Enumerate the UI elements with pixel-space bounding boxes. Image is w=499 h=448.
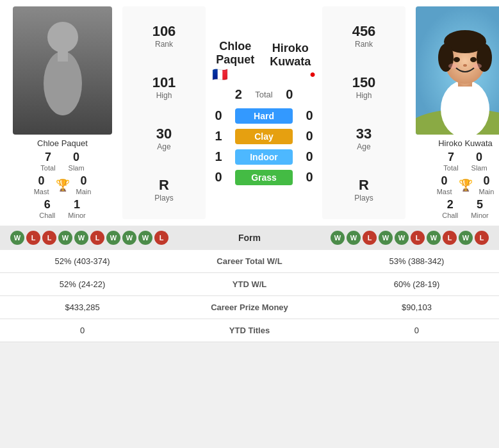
ytd-wl-right: 60% (28-19) (334, 273, 499, 296)
right-slam-label: Slam (471, 164, 487, 172)
ytd-wl-label: YTD W/L (165, 273, 334, 296)
right-chall-value: 2 (447, 198, 454, 212)
left-age-block: 30 Age (156, 126, 172, 151)
clay-row: 1 Clay 0 (212, 129, 316, 144)
left-form-9: W (138, 231, 152, 245)
right-form-9: W (459, 231, 473, 245)
career-total-right: 53% (388-342) (334, 250, 499, 273)
left-form-3: L (42, 231, 56, 245)
left-form-5: W (74, 231, 88, 245)
right-slam-value: 0 (476, 151, 482, 164)
prize-money-right: $90,103 (334, 296, 499, 319)
left-age-label: Age (157, 142, 170, 151)
left-rank-value: 106 (152, 23, 176, 40)
left-form-4: W (58, 231, 72, 245)
top-section: Chloe Paquet 7 Total 0 Slam 0 Mast 🏆 (0, 0, 499, 226)
right-player-title: Hiroko Kuwata (265, 42, 316, 69)
right-trophy-icon: 🏆 (459, 178, 473, 192)
indoor-row: 1 Indoor 0 (212, 149, 316, 165)
svg-point-12 (470, 57, 477, 62)
career-total-row: 52% (403-374) Career Total W/L 53% (388-… (0, 250, 499, 273)
indoor-score-right: 0 (303, 149, 316, 164)
right-flag-dot: ● (309, 69, 316, 79)
right-main-value: 0 (483, 174, 489, 188)
right-player-svg (416, 6, 499, 135)
left-form-8: W (122, 231, 136, 245)
right-form-10: L (475, 231, 489, 245)
right-main-label: Main (479, 188, 495, 195)
left-minor-value: 1 (74, 198, 80, 212)
right-minor-label: Minor (471, 212, 489, 219)
form-section: W L L W W L W W W L Form W W L W W L W L… (0, 226, 499, 250)
prize-money-left: $433,285 (0, 296, 165, 319)
left-silhouette (31, 13, 95, 128)
left-main-stat: 0 Main (76, 174, 92, 195)
right-form-3: L (363, 231, 377, 245)
left-player-name: Chloe Paquet (37, 138, 88, 148)
left-total-value: 7 (45, 151, 51, 164)
left-main-value: 0 (80, 174, 86, 188)
ytd-wl-left: 52% (24-22) (0, 273, 165, 296)
svg-point-0 (47, 22, 78, 53)
total-label: Total (255, 90, 272, 99)
total-score-right: 0 (283, 87, 296, 102)
right-mast-value: 0 (441, 174, 448, 188)
right-slam-stat: 0 Slam (471, 151, 487, 172)
right-high-label: High (356, 91, 372, 100)
right-total-slam-row: 7 Total 0 Slam (443, 151, 487, 172)
right-chall-stat: 2 Chall (442, 198, 458, 219)
left-mast-label: Mast (34, 188, 49, 195)
left-high-value: 101 (152, 74, 176, 91)
right-high-block: 150 High (352, 74, 376, 100)
right-trophy-row: 0 Mast 🏆 0 Main (437, 174, 495, 195)
left-trophy-row: 0 Mast 🏆 0 Main (34, 174, 92, 195)
left-form-2: L (26, 231, 40, 245)
hard-score-right: 0 (303, 108, 316, 123)
left-slam-label: Slam (69, 164, 85, 172)
left-high-label: High (156, 91, 172, 100)
left-plays-value: R (159, 177, 169, 194)
prize-money-label: Career Prize Money (165, 296, 334, 319)
indoor-score-left: 1 (212, 149, 225, 164)
left-mast-stat: 0 Mast (34, 174, 49, 195)
left-player-photo (13, 6, 112, 135)
right-form-2: W (347, 231, 361, 245)
right-mast-stat: 0 Mast (437, 174, 452, 195)
left-middle-stats: 106 Rank 101 High 30 Age R Plays (122, 6, 206, 219)
left-high-block: 101 High (152, 74, 176, 100)
right-rank-block: 456 Rank (352, 23, 376, 49)
left-mast-value: 0 (38, 174, 45, 188)
ytd-titles-row: 0 YTD Titles 0 (0, 319, 499, 342)
indoor-button[interactable]: Indoor (235, 149, 293, 165)
left-player-card: Chloe Paquet 7 Total 0 Slam 0 Mast 🏆 (6, 6, 119, 219)
clay-button[interactable]: Clay (235, 129, 293, 144)
right-player-photo (416, 6, 499, 135)
right-total-stat: 7 Total (443, 151, 458, 172)
form-label: Form (197, 233, 302, 243)
right-plays-value: R (359, 177, 369, 194)
right-player-card: Hiroko Kuwata 7 Total 0 Slam 0 Mast 🏆 (409, 6, 499, 219)
right-high-value: 150 (352, 74, 376, 91)
right-minor-stat: 5 Minor (471, 198, 489, 219)
svg-rect-2 (58, 50, 68, 62)
left-form-6: L (90, 231, 104, 245)
right-middle-stats: 456 Rank 150 High 33 Age R Plays (322, 6, 405, 219)
total-score-row: 2 Total 0 (232, 87, 295, 102)
right-player-name: Hiroko Kuwata (438, 138, 493, 148)
right-total-value: 7 (448, 151, 454, 164)
grass-score-right: 0 (303, 170, 316, 185)
clay-score-left: 1 (212, 129, 225, 144)
left-total-stat: 7 Total (40, 151, 55, 172)
right-rank-label: Rank (355, 40, 373, 49)
left-total-slam-row: 7 Total 0 Slam (40, 151, 84, 172)
ytd-wl-row: 52% (24-22) YTD W/L 60% (28-19) (0, 273, 499, 296)
ytd-titles-right: 0 (334, 319, 499, 342)
left-form-7: W (106, 231, 120, 245)
hard-button[interactable]: Hard (235, 108, 293, 124)
grass-button[interactable]: Grass (235, 170, 293, 185)
left-plays-block: R Plays (154, 177, 173, 203)
right-form-6: L (411, 231, 425, 245)
left-chall-minor-row: 6 Chall 1 Minor (39, 198, 86, 219)
svg-point-13 (463, 64, 467, 67)
main-container: Chloe Paquet 7 Total 0 Slam 0 Mast 🏆 (0, 0, 499, 342)
